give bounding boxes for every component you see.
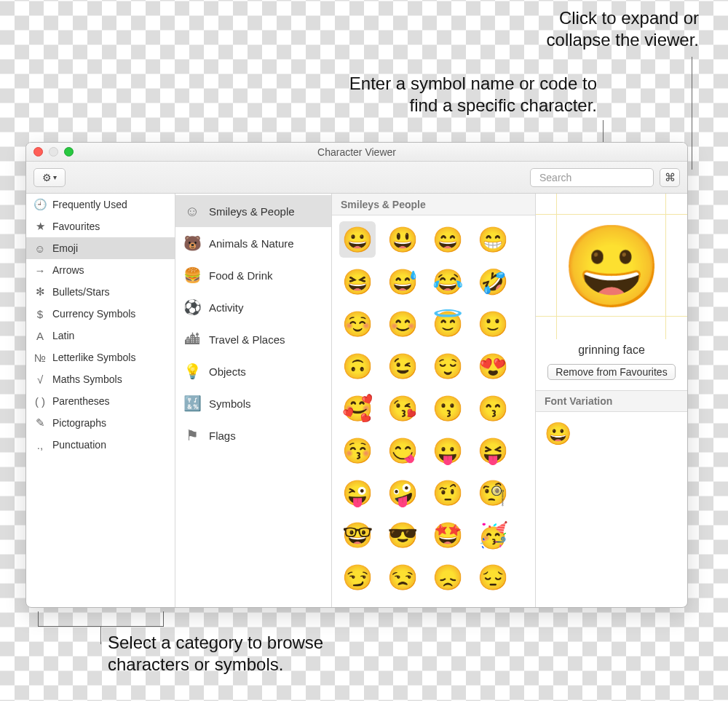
emoji-cell[interactable]: 😍 [475,348,511,384]
search-field-wrap[interactable] [530,168,654,187]
sidebar-item[interactable]: ( ) Parentheses [26,390,175,412]
subcategory-label: Travel & Places [209,333,285,346]
emoji-cell[interactable]: 🤪 [384,475,421,511]
close-window-button[interactable] [33,147,43,157]
sidebar-item-icon: № [33,352,47,364]
zoom-window-button[interactable] [64,147,74,157]
emoji-cell[interactable]: 😝 [475,432,511,469]
emoji-cell[interactable]: 😇 [430,306,466,342]
subcategory-label: Flags [209,429,236,442]
emoji-cell[interactable]: 😔 [475,559,511,595]
subcategory-item[interactable]: 🏙 Travel & Places [175,323,331,355]
callout-line-cat-l [38,611,39,626]
sidebar-item[interactable]: ✻ Bullets/Stars [26,281,175,303]
subcategory-label: Symbols [209,397,251,410]
subcategory-icon: 💡 [184,363,200,379]
emoji-cell[interactable]: 😗 [430,390,466,427]
emoji-cell[interactable]: 😙 [475,390,511,427]
emoji-cell[interactable]: 😏 [339,559,376,595]
toolbar: ⚙︎ ▾ ⌘ [26,162,687,194]
minimize-window-button[interactable] [49,147,58,157]
emoji-cell[interactable]: 🤣 [475,264,511,300]
sidebar-item-label: Favourites [52,221,100,232]
font-variation-glyph[interactable]: 😀 [545,421,571,445]
emoji-cell[interactable]: 🤩 [430,517,466,553]
subcategory-label: Activity [209,301,244,314]
sidebar-item[interactable]: A Latin [26,325,175,346]
emoji-cell[interactable]: 😋 [384,432,421,469]
sidebar-item[interactable]: ., Punctuation [26,434,175,456]
sidebar-item-icon: A [33,330,47,342]
sidebar-item[interactable]: ★ Favourites [26,215,175,237]
sidebar-item[interactable]: ✎ Pictographs [26,412,175,434]
emoji-cell[interactable]: 🥳 [475,517,511,553]
sidebar-item[interactable]: √ Maths Symbols [26,368,175,390]
emoji-cell[interactable]: 🥰 [339,390,376,427]
emoji-cell[interactable]: 🤨 [430,475,466,511]
sidebar-item[interactable]: → Arrows [26,259,175,281]
emoji-cell[interactable]: ☺️ [339,306,376,342]
emoji-cell[interactable]: 😄 [430,221,466,258]
collapse-viewer-button[interactable]: ⌘ [660,168,680,187]
subcategory-item[interactable]: ☺ Smileys & People [175,195,331,227]
remove-favourite-button[interactable]: Remove from Favourites [547,364,675,380]
emoji-cell[interactable]: 😚 [339,432,376,469]
collapse-icon: ⌘ [665,171,676,184]
emoji-cell[interactable]: 🙃 [339,348,376,384]
subcategory-icon: 🏙 [184,331,200,347]
sidebar-item-label: Parentheses [52,395,110,407]
emoji-cell[interactable]: 😌 [430,348,466,384]
sidebar-item-label: Punctuation [52,439,106,451]
subcategory-icon: ⚽ [184,299,200,315]
emoji-cell[interactable]: 😎 [384,517,421,553]
emoji-cell[interactable]: 😃 [384,221,421,258]
subcategory-item[interactable]: 💡 Objects [175,355,331,387]
emoji-cell[interactable]: 🤓 [339,517,376,553]
subcategory-icon: ⚑ [184,427,200,443]
emoji-cell[interactable]: 😜 [339,475,376,511]
subcategory-item[interactable]: 🐻 Animals & Nature [175,227,331,259]
settings-menu-button[interactable]: ⚙︎ ▾ [33,168,66,187]
sidebar-item-label: Latin [52,330,74,341]
sidebar-item-label: Emoji [52,242,78,254]
subcategory-item[interactable]: 🍔 Food & Drink [175,259,331,291]
callout-line-expand [692,57,692,170]
subcategory-label: Animals & Nature [209,237,294,250]
subcategory-item[interactable]: 🔣 Symbols [175,387,331,419]
sidebar-item-icon: ( ) [33,395,47,408]
character-viewer-window: Character Viewer ⚙︎ ▾ ⌘ 🕘 Frequently Use… [25,142,688,608]
subcategory-item[interactable]: ⚑ Flags [175,419,331,451]
sidebar-item-label: Letterlike Symbols [52,352,135,363]
sidebar-item[interactable]: № Letterlike Symbols [26,346,175,368]
emoji-cell[interactable]: 😆 [339,264,376,300]
emoji-cell[interactable]: 😀 [339,221,376,258]
sidebar-item[interactable]: 🕘 Frequently Used [26,194,175,215]
sidebar-item-label: Maths Symbols [52,373,122,385]
emoji-cell[interactable]: 😂 [430,264,466,300]
sidebar-item[interactable]: $ Currency Symbols [26,303,175,325]
titlebar: Character Viewer [26,143,687,162]
search-input[interactable] [538,171,668,184]
sidebar-item-icon: $ [33,308,47,320]
emoji-cell[interactable]: 🧐 [475,475,511,511]
sidebar-item[interactable]: ☺ Emoji [26,237,175,259]
emoji-cell[interactable]: 🙂 [475,306,511,342]
sidebar-item-icon: ✻ [33,285,47,298]
subcategory-list: ☺ Smileys & People🐻 Animals & Nature🍔 Fo… [175,194,332,607]
chevron-down-icon: ▾ [53,173,57,181]
emoji-cell[interactable]: 😊 [384,306,421,342]
emoji-cell[interactable]: 😁 [475,221,511,258]
font-variation-header: Font Variation [536,390,687,412]
sidebar-item-label: Bullets/Stars [52,286,110,298]
emoji-cell[interactable]: 😘 [384,390,421,427]
category-sidebar: 🕘 Frequently Used★ Favourites☺ Emoji→ Ar… [26,194,175,607]
subcategory-item[interactable]: ⚽ Activity [175,291,331,323]
emoji-cell[interactable]: 😅 [384,264,421,300]
window-body: 🕘 Frequently Used★ Favourites☺ Emoji→ Ar… [26,194,687,607]
emoji-cell[interactable]: 😞 [430,559,466,595]
emoji-cell[interactable]: 😒 [384,559,421,595]
callout-search: Enter a symbol name or code tofind a spe… [262,73,597,116]
emoji-cell[interactable]: 😉 [384,348,421,384]
emoji-grid: 😀😃😄😁😆😅😂🤣☺️😊😇🙂🙃😉😌😍🥰😘😗😙😚😋😛😝😜🤪🤨🧐🤓😎🤩🥳😏😒😞😔 [332,215,535,604]
emoji-cell[interactable]: 😛 [430,432,466,469]
